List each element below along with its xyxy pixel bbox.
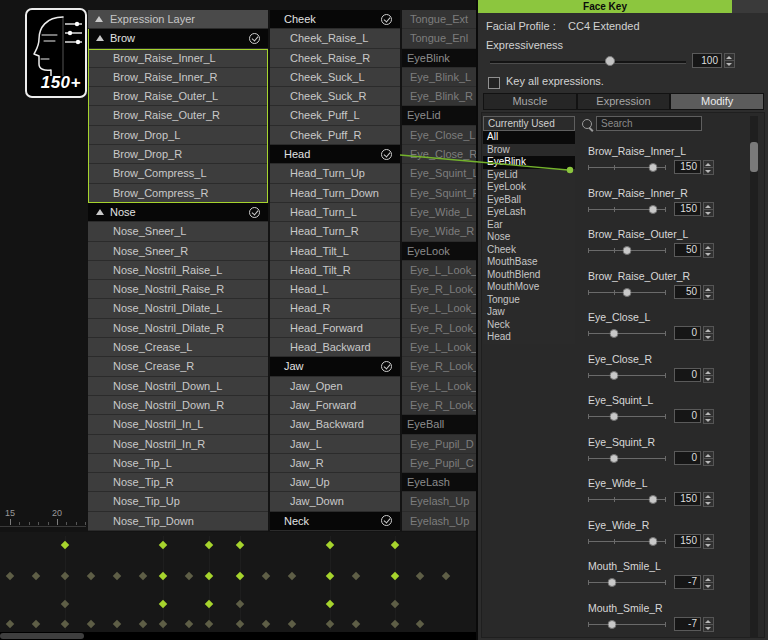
expression-item[interactable]: Brow_Compress_L [88, 164, 268, 183]
expression-item[interactable]: Nose_Nostril_Down_R [88, 396, 268, 415]
expression-item[interactable]: Brow_Drop_L [88, 126, 268, 145]
group-header[interactable]: EyeBall [402, 415, 476, 434]
spin-down-button[interactable] [703, 458, 714, 466]
expression-item[interactable]: Eye_R_Look_L [402, 280, 476, 299]
value-field[interactable]: 50 [674, 243, 701, 257]
group-header[interactable]: EyeLook [402, 242, 476, 261]
slider-handle[interactable] [648, 205, 657, 214]
expression-item[interactable]: Nose_Tip_Up [88, 492, 268, 511]
group-key-icon[interactable] [381, 515, 392, 526]
expression-item[interactable]: Eyelash_Up [402, 492, 476, 511]
expression-item[interactable]: Brow_Drop_R [88, 145, 268, 164]
slider-track[interactable] [588, 333, 666, 334]
expression-item[interactable]: Eye_R_Look_Down [402, 396, 476, 415]
value-field[interactable]: 0 [674, 451, 701, 465]
slider-handle[interactable] [623, 288, 632, 297]
expression-item[interactable]: Eye_L_Look_Up [402, 338, 476, 357]
expression-item[interactable]: Brow_Raise_Outer_R [88, 106, 268, 125]
vertical-scrollbar-track[interactable] [750, 116, 758, 638]
expression-item[interactable]: Eye_Squint_R [402, 184, 476, 203]
slider-track[interactable] [588, 499, 666, 500]
expression-item[interactable]: Head_Turn_L [270, 203, 400, 222]
expression-item[interactable]: Eye_Pupil_D [402, 435, 476, 454]
slider-track[interactable] [588, 541, 666, 542]
expression-item[interactable]: Eye_Squint_L [402, 164, 476, 183]
expression-item[interactable]: Jaw_L [270, 435, 400, 454]
spin-down-button[interactable] [703, 333, 714, 341]
expression-item[interactable]: Eye_Wide_L [402, 203, 476, 222]
expression-item[interactable]: Tongue_Enl [402, 29, 476, 48]
expression-item[interactable]: Cheek_Raise_L [270, 29, 400, 48]
slider-track[interactable] [588, 582, 666, 583]
slider-track[interactable] [588, 250, 666, 251]
expression-item[interactable]: Head_Turn_R [270, 222, 400, 241]
value-field[interactable]: 0 [674, 409, 701, 423]
slider-handle[interactable] [648, 537, 657, 546]
expression-item[interactable]: Cheek_Puff_R [270, 126, 400, 145]
expression-item[interactable]: Head_L [270, 280, 400, 299]
expression-item[interactable]: Cheek_Puff_L [270, 106, 400, 125]
expression-item[interactable]: Nose_Crease_L [88, 338, 268, 357]
face-key-titlebar[interactable]: Face Key [478, 0, 732, 13]
spin-down-button[interactable] [703, 582, 714, 590]
vertical-scrollbar-thumb[interactable] [750, 142, 758, 172]
spin-down-button[interactable] [703, 375, 714, 383]
expression-layer-header[interactable]: Expression Layer [88, 10, 268, 29]
expression-item[interactable]: Head_Backward [270, 338, 400, 357]
value-field[interactable]: 150 [674, 534, 701, 548]
expression-item[interactable]: Eye_Blink_R [402, 87, 476, 106]
slider-handle[interactable] [608, 578, 617, 587]
slider-track[interactable] [588, 209, 666, 210]
slider-handle[interactable] [609, 329, 618, 338]
horizontal-scrollbar-track[interactable] [0, 632, 476, 640]
expression-item[interactable]: Eye_R_Look_R [402, 319, 476, 338]
value-field[interactable]: 150 [674, 160, 701, 174]
slider-handle[interactable] [648, 163, 657, 172]
spin-down-button[interactable] [703, 167, 714, 175]
group-header[interactable]: Jaw [270, 357, 400, 376]
value-field[interactable]: 150 [674, 492, 701, 506]
expression-item[interactable]: Head_Tilt_L [270, 242, 400, 261]
spin-down-button[interactable] [703, 416, 714, 424]
collapse-triangle-icon[interactable] [95, 16, 103, 22]
expression-item[interactable]: Nose_Nostril_In_R [88, 435, 268, 454]
expression-item[interactable]: Eye_Close_L [402, 126, 476, 145]
expression-item[interactable]: Eye_Close_R [402, 145, 476, 164]
value-field[interactable]: 50 [674, 285, 701, 299]
group-key-icon[interactable] [381, 361, 392, 372]
slider-handle[interactable] [609, 412, 618, 421]
horizontal-scrollbar-thumb[interactable] [0, 633, 84, 639]
value-field[interactable]: -7 [674, 617, 701, 631]
slider-handle[interactable] [609, 454, 618, 463]
expression-item[interactable]: Head_Tilt_R [270, 261, 400, 280]
expression-item[interactable]: Nose_Nostril_Raise_R [88, 280, 268, 299]
expression-item[interactable]: Head_Turn_Down [270, 184, 400, 203]
expand-triangle-icon[interactable] [96, 35, 104, 41]
group-header[interactable]: Head [270, 145, 400, 164]
spin-down-button[interactable] [724, 60, 735, 68]
expand-triangle-icon[interactable] [96, 209, 104, 215]
group-header[interactable]: EyeLid [402, 106, 476, 125]
expression-item[interactable]: Nose_Sneer_L [88, 222, 268, 241]
slider-track[interactable] [588, 458, 666, 459]
expression-item[interactable]: Head_R [270, 299, 400, 318]
value-field[interactable]: -7 [674, 575, 701, 589]
value-field[interactable]: 0 [674, 326, 701, 340]
expression-item[interactable]: Nose_Nostril_Raise_L [88, 261, 268, 280]
slider-handle[interactable] [605, 56, 615, 66]
slider-track[interactable] [490, 61, 686, 63]
spin-down-button[interactable] [703, 250, 714, 258]
slider-track[interactable] [588, 167, 666, 168]
spin-down-button[interactable] [703, 209, 714, 217]
group-key-icon[interactable] [249, 207, 260, 218]
value-field[interactable]: 150 [674, 202, 701, 216]
expression-item[interactable]: Eye_L_Look_L [402, 261, 476, 280]
expressiveness-value-field[interactable]: 100 [692, 53, 722, 68]
expression-item[interactable]: Tongue_Ext [402, 10, 476, 29]
expression-item[interactable]: Brow_Raise_Outer_L [88, 87, 268, 106]
expression-item[interactable]: Cheek_Suck_L [270, 68, 400, 87]
slider-track[interactable] [588, 624, 666, 625]
group-key-icon[interactable] [381, 149, 392, 160]
group-key-icon[interactable] [249, 33, 260, 44]
search-input[interactable] [596, 116, 702, 131]
